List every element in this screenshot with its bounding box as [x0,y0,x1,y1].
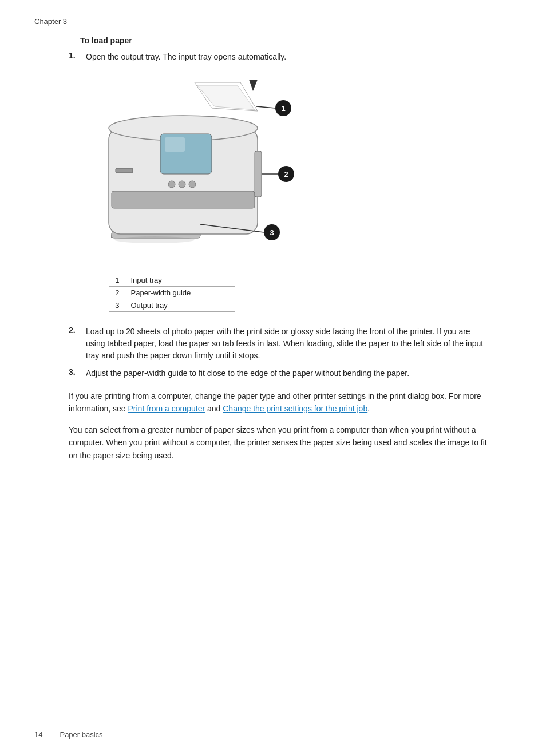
svg-text:3: 3 [270,228,274,237]
legend-label-2: Paper-width guide [126,287,235,299]
step-1: 1. Open the output tray. The input tray … [69,51,512,63]
legend-table: 1 Input tray 2 Paper-width guide 3 Outpu… [109,274,235,312]
step-1-num: 1. [69,51,86,63]
svg-rect-7 [112,191,255,208]
printer-illustration: 1 2 3 [80,77,321,254]
step-2: 2. Load up to 20 sheets of photo paper w… [69,326,512,362]
link-print-from-computer[interactable]: Print from a computer [128,404,205,413]
svg-text:1: 1 [281,104,285,113]
footer: 14 Paper basics [34,730,512,739]
svg-marker-16 [249,80,258,91]
chapter-header: Chapter 3 [34,17,512,26]
legend-row-3: 3 Output tray [109,299,235,312]
footer-page-number: 14 [34,730,42,739]
para1-mid: and [205,404,223,413]
para1-end: . [367,404,370,413]
svg-rect-13 [116,168,133,173]
svg-rect-9 [165,137,185,152]
link-change-print-settings[interactable]: Change the print settings for the print … [223,404,367,413]
svg-point-10 [168,181,175,188]
section-title: To load paper [80,36,512,45]
paragraph-2: You can select from a greater number of … [69,423,498,462]
legend-num-2: 2 [109,287,126,299]
step-2-num: 2. [69,326,86,362]
svg-rect-17 [255,151,262,197]
svg-text:2: 2 [284,170,288,179]
step-3: 3. Adjust the paper-width guide to fit c… [69,367,512,379]
legend-row-1: 1 Input tray [109,274,235,287]
step-3-num: 3. [69,367,86,379]
svg-point-4 [114,236,195,243]
legend-num-1: 1 [109,274,126,287]
step-2-text: Load up to 20 sheets of photo paper with… [86,326,486,362]
svg-line-20 [256,106,275,108]
svg-point-11 [179,181,185,188]
paragraph-1: If you are printing from a computer, cha… [69,390,498,415]
svg-point-12 [189,181,196,188]
page: Chapter 3 To load paper 1. Open the outp… [0,0,546,756]
printer-diagram: 1 2 3 [80,77,321,260]
legend-label-1: Input tray [126,274,235,287]
footer-section-name: Paper basics [60,730,102,739]
legend-row-2: 2 Paper-width guide [109,287,235,299]
step-1-text: Open the output tray. The input tray ope… [86,51,486,63]
step-3-text: Adjust the paper-width guide to fit clos… [86,367,486,379]
legend-num-3: 3 [109,299,126,312]
legend-label-3: Output tray [126,299,235,312]
